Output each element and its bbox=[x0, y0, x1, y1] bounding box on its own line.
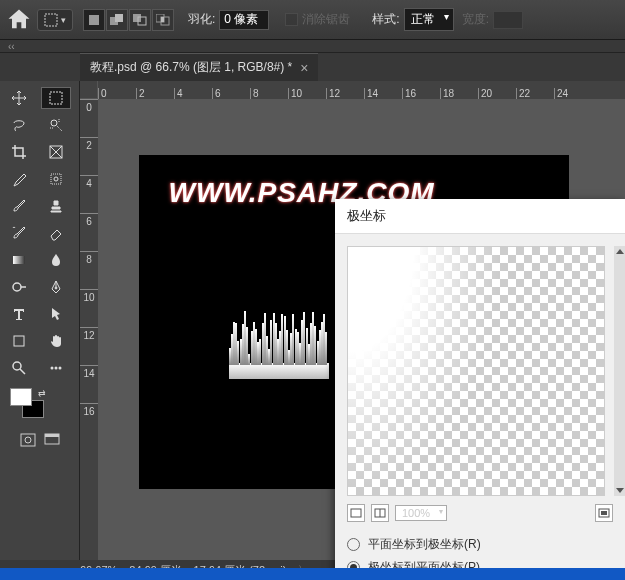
blur-tool-icon[interactable] bbox=[41, 249, 71, 271]
svg-rect-30 bbox=[601, 511, 607, 515]
radio-label: 平面坐标到极坐标(R) bbox=[368, 536, 481, 553]
svg-rect-8 bbox=[161, 17, 164, 22]
waveform-graphic bbox=[229, 313, 329, 379]
quickmask-icon[interactable] bbox=[17, 431, 39, 449]
selection-subtract-icon[interactable] bbox=[129, 9, 151, 31]
zoom-tool-icon[interactable] bbox=[4, 357, 34, 379]
close-icon[interactable]: × bbox=[300, 60, 308, 76]
collapse-icon: ‹‹ bbox=[8, 41, 15, 52]
svg-rect-17 bbox=[14, 336, 24, 346]
preview-toggle-icon[interactable] bbox=[347, 504, 365, 522]
svg-point-10 bbox=[51, 120, 57, 126]
swap-colors-icon[interactable]: ⇄ bbox=[38, 388, 46, 398]
selection-new-icon[interactable] bbox=[83, 9, 105, 31]
svg-point-19 bbox=[50, 367, 53, 370]
pen-tool-icon[interactable] bbox=[41, 276, 71, 298]
selection-intersect-icon[interactable] bbox=[152, 9, 174, 31]
feather-label: 羽化: bbox=[188, 11, 215, 28]
color-swatches[interactable]: ⇄ bbox=[4, 388, 75, 418]
move-tool-icon[interactable] bbox=[4, 87, 34, 109]
polar-coordinates-dialog: 极坐标 100% 平面坐标到极坐标(R) 极坐标到平面坐标(P) bbox=[335, 199, 625, 580]
brush-tool-icon[interactable] bbox=[4, 195, 34, 217]
eyedropper-tool-icon[interactable] bbox=[4, 168, 34, 190]
taskbar-edge bbox=[0, 568, 625, 580]
svg-rect-12 bbox=[51, 174, 61, 184]
svg-rect-1 bbox=[89, 15, 99, 25]
selection-mode-group bbox=[83, 9, 174, 31]
svg-rect-0 bbox=[45, 14, 57, 26]
width-label: 宽度: bbox=[462, 11, 489, 28]
ruler-origin[interactable] bbox=[80, 81, 98, 99]
screenmode-icon[interactable] bbox=[41, 431, 63, 449]
width-input bbox=[493, 11, 523, 29]
more-tools-icon[interactable] bbox=[41, 357, 71, 379]
svg-point-23 bbox=[25, 437, 31, 443]
filter-preview[interactable] bbox=[347, 246, 605, 496]
healing-tool-icon[interactable] bbox=[41, 168, 71, 190]
style-dropdown[interactable]: 正常 bbox=[404, 8, 454, 31]
hand-tool-icon[interactable] bbox=[41, 330, 71, 352]
crop-tool-icon[interactable] bbox=[4, 141, 34, 163]
history-brush-tool-icon[interactable] bbox=[4, 222, 34, 244]
preview-scrollbar[interactable] bbox=[614, 246, 625, 496]
quick-select-tool-icon[interactable] bbox=[41, 114, 71, 136]
preview-fit-icon[interactable] bbox=[595, 504, 613, 522]
gradient-tool-icon[interactable] bbox=[4, 249, 34, 271]
marquee-tool-icon[interactable] bbox=[41, 87, 71, 109]
stamp-tool-icon[interactable] bbox=[41, 195, 71, 217]
svg-rect-4 bbox=[133, 14, 141, 22]
svg-rect-3 bbox=[115, 14, 123, 22]
document-tab-bar: 教程.psd @ 66.7% (图层 1, RGB/8#) * × bbox=[0, 53, 625, 81]
svg-rect-26 bbox=[351, 509, 361, 517]
frame-tool-icon[interactable] bbox=[41, 141, 71, 163]
home-icon[interactable] bbox=[5, 6, 33, 34]
svg-point-20 bbox=[54, 367, 57, 370]
selection-add-icon[interactable] bbox=[106, 9, 128, 31]
shape-tool-icon[interactable] bbox=[4, 330, 34, 352]
radio-icon bbox=[347, 538, 360, 551]
tab-title: 教程.psd @ 66.7% (图层 1, RGB/8#) * bbox=[90, 59, 292, 76]
horizontal-ruler[interactable]: 024681012141618202224 bbox=[98, 81, 625, 99]
foreground-swatch[interactable] bbox=[10, 388, 32, 406]
lasso-tool-icon[interactable] bbox=[4, 114, 34, 136]
svg-point-21 bbox=[58, 367, 61, 370]
svg-point-16 bbox=[55, 287, 57, 289]
svg-point-13 bbox=[54, 177, 58, 181]
antialias-label: 消除锯齿 bbox=[302, 11, 350, 28]
svg-rect-14 bbox=[13, 256, 25, 264]
panel-collapse-bar[interactable]: ‹‹ bbox=[0, 40, 625, 53]
eraser-tool-icon[interactable] bbox=[41, 222, 71, 244]
svg-point-18 bbox=[13, 362, 21, 370]
tool-preset-dropdown[interactable]: ▾ bbox=[37, 9, 73, 31]
options-bar: ▾ 羽化: 消除锯齿 样式: 正常 宽度: bbox=[0, 0, 625, 40]
preview-zoom-dropdown[interactable]: 100% bbox=[395, 505, 447, 521]
style-label: 样式: bbox=[372, 11, 399, 28]
radio-rect-to-polar[interactable]: 平面坐标到极坐标(R) bbox=[347, 536, 613, 553]
dodge-tool-icon[interactable] bbox=[4, 276, 34, 298]
document-tab[interactable]: 教程.psd @ 66.7% (图层 1, RGB/8#) * × bbox=[80, 53, 318, 81]
svg-rect-22 bbox=[21, 434, 35, 446]
path-select-tool-icon[interactable] bbox=[41, 303, 71, 325]
dialog-title: 极坐标 bbox=[335, 199, 625, 234]
type-tool-icon[interactable] bbox=[4, 303, 34, 325]
svg-point-15 bbox=[13, 283, 21, 291]
tools-panel: ⇄ bbox=[0, 81, 80, 560]
vertical-ruler[interactable]: 0246810121416 bbox=[80, 99, 98, 560]
antialias-checkbox bbox=[285, 13, 298, 26]
feather-input[interactable] bbox=[219, 10, 269, 30]
svg-rect-25 bbox=[45, 434, 59, 437]
preview-split-icon[interactable] bbox=[371, 504, 389, 522]
svg-rect-9 bbox=[50, 92, 62, 104]
